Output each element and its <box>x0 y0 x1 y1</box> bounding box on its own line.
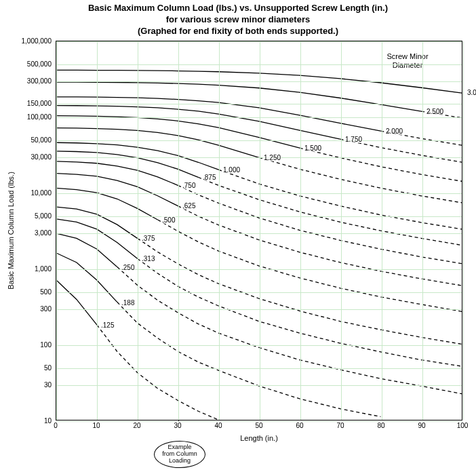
series-.250 <box>56 233 117 267</box>
chart-title-line3: (Graphed for end fixity of both ends sup… <box>0 26 476 37</box>
series-1.750 <box>56 106 340 140</box>
y-axis-label: Basic Maximum Column Load (lbs.) <box>4 41 18 420</box>
series-.188 <box>56 253 117 302</box>
y-tick-label: 50 <box>20 364 52 371</box>
x-tick-label: 80 <box>377 422 384 429</box>
y-tick-label: 10,000 <box>20 189 52 197</box>
series-label: .875 <box>202 174 216 181</box>
y-tick-label: 300,000 <box>20 77 52 84</box>
x-tick-label: 30 <box>174 422 181 429</box>
y-tick-label: 500,000 <box>20 60 52 67</box>
series-label: 2.500 <box>426 108 444 115</box>
y-tick-label: 100 <box>20 341 52 349</box>
series-2.500 <box>56 82 421 111</box>
y-tick-label: 300 <box>20 305 52 312</box>
series-1.250 <box>56 128 259 158</box>
chart-title: Basic Maximum Column Load (lbs.) vs. Uns… <box>0 3 476 37</box>
x-tick-label: 20 <box>133 422 140 429</box>
y-tick-label: 5,000 <box>20 212 52 219</box>
chart-svg <box>56 41 462 420</box>
series-label: 2.000 <box>385 128 403 135</box>
legend-title: Screw MinorDiameter <box>380 52 435 70</box>
series-1.000-dashed <box>218 170 462 229</box>
series-label: .500 <box>161 216 176 224</box>
series-label: .375 <box>141 235 155 242</box>
series-.125 <box>56 280 97 325</box>
series-label: .188 <box>121 299 135 307</box>
series-label: 1.000 <box>222 166 241 174</box>
series-label: .250 <box>121 264 135 271</box>
y-tick-label: 10 <box>20 417 52 425</box>
series-label: .750 <box>182 182 196 189</box>
series-label: 1.500 <box>304 144 322 152</box>
x-tick-label: 0 <box>54 422 58 429</box>
series-label: .625 <box>182 202 196 210</box>
series-.313-dashed <box>138 258 462 366</box>
y-tick-label: 100,000 <box>20 113 52 121</box>
series-.250-dashed <box>117 267 462 393</box>
x-tick-label: 100 <box>457 422 469 429</box>
plot-rect: Screw MinorDiameter .125.188.250.313.375… <box>56 41 462 420</box>
y-tick-label: 3,000 <box>20 229 52 236</box>
y-tick-label: 50,000 <box>20 136 52 143</box>
series-label: 1.750 <box>344 136 363 143</box>
series-1.500-dashed <box>300 148 462 181</box>
chart-title-line2: for various screw minor diameters <box>0 14 476 26</box>
y-tick-label: 30,000 <box>20 153 52 160</box>
y-tick-label: 150,000 <box>20 100 52 107</box>
x-tick-label: 40 <box>214 422 222 429</box>
series-.750 <box>56 161 178 185</box>
x-tick-label: 60 <box>296 422 303 429</box>
y-tick-label: 1,000,000 <box>20 37 52 45</box>
x-tick-label: 10 <box>92 422 100 429</box>
x-tick-label: 70 <box>336 422 344 429</box>
series-.625-dashed <box>178 206 462 286</box>
chart-title-line1: Basic Maximum Column Load (lbs.) vs. Uns… <box>0 3 476 14</box>
y-tick-label: 1,000 <box>20 265 52 273</box>
x-axis-ticks: 0102030405060708090100 <box>56 422 462 433</box>
x-tick-label: 50 <box>255 422 262 429</box>
chart-page: Basic Maximum Column Load (lbs.) vs. Uns… <box>0 0 476 470</box>
series-label: 3.000 <box>467 89 476 96</box>
y-tick-label: 500 <box>20 288 52 295</box>
x-axis-label: Length (in.) <box>56 434 462 442</box>
series-.125-dashed <box>97 325 218 420</box>
series-label: .313 <box>141 255 155 262</box>
series-1.250-dashed <box>259 157 462 203</box>
series-label: .125 <box>100 321 115 329</box>
example-callout: Examplefrom ColumnLoading <box>154 441 205 468</box>
series-.375-dashed <box>138 238 462 344</box>
y-axis-ticks: 1030501003005001,0003,0005,00010,00030,0… <box>20 41 53 420</box>
x-tick-label: 90 <box>418 422 425 429</box>
series-.750-dashed <box>178 185 462 263</box>
y-tick-label: 30 <box>20 380 52 388</box>
series-label: 1.250 <box>263 154 281 161</box>
plot-area: Basic Maximum Column Load (lbs.) 1030501… <box>20 41 468 448</box>
